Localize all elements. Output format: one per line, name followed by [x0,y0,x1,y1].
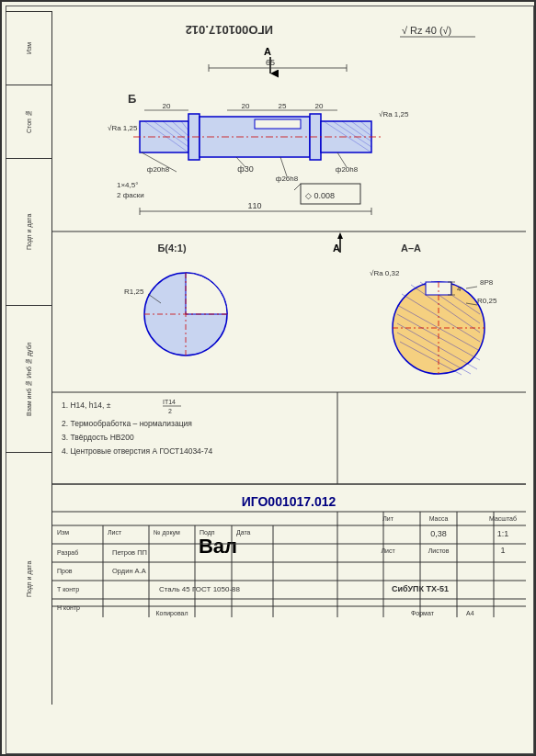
tb-razrab-name: Петров ПП [112,548,147,557]
tb-razrab: Разраб [57,549,78,557]
chamfer-label: 1×4,5° [117,181,138,189]
tb-izm: Изм [57,529,69,536]
label-podp2: Подп и дата [6,452,51,705]
main-svg: ИГО001017.012 √ Rz 40 (√) А 65 Б 20 20 2… [52,11,526,617]
tb-format-label: Формат [411,610,435,617]
tb-masshtab-val: 1:1 [497,529,509,538]
doc-number-top: ИГО001017.012 [186,23,273,37]
surface-roughness: √ Rz 40 (√) [402,25,451,36]
tb-data: Дата [236,529,251,536]
dim-20-cl: 20 [242,102,250,110]
note-2: 2. Термообработка – нормализация [62,419,192,428]
phi26h8: ф26h8 [276,175,299,183]
note-3: 3. Твёрдость НВ200 [62,433,134,442]
note-1-frac-top: IT14 [163,399,176,405]
section-aa-label: А–А [401,243,421,254]
section-b-label: Б(4:1) [157,243,186,254]
dim-20-left: 20 [163,102,171,110]
ra125-right: √Ra 1,25 [379,110,409,118]
label-b: Б [128,92,136,106]
phi20h8-left: ф20h8 [147,165,170,174]
tb-sheets-val: 1 [500,546,505,555]
drawing-container: Изм Стоп № Подп и дата Взам инб № Инб № … [0,0,536,756]
tb-massa-header: Масса [429,515,449,522]
tb-docnum: № докум [154,529,180,536]
ra032-label: √Ra 0,32 [370,269,400,277]
tb-kopioval: Копировал [155,610,188,617]
phi30: ф30 [237,164,253,174]
tb-lit-header: Лит [382,515,394,522]
dim-20-right: 20 [315,102,324,110]
label-inv: Взам инб № Инб № дубл [6,305,51,452]
note-1: 1. Н14, h14, ± [62,401,111,410]
tb-org: СибУПК ТХ-51 [392,584,449,593]
tb-material: Сталь 45 ГОСТ 1050-88 [159,585,241,593]
tb-sheets-label: Листов [428,547,450,554]
phi20h8-right: ф20h8 [336,165,359,174]
tb-massa-val: 0,38 [430,529,447,538]
tb-prover-name: Ордин А.А [112,567,146,575]
label-strop: Стоп № [6,85,51,158]
dim-8p8: 8Р8 [480,278,494,287]
tolerance-value: ◇ 0.008 [305,191,335,200]
tb-tkontr: Т контр [57,586,79,593]
drawing-title-number: ИГО001017.012 [242,494,336,509]
dim-25: 25 [279,102,287,110]
dim-65: 65 [266,58,275,67]
label-podp1: Подп и дата [6,158,51,305]
dim-110: 110 [247,201,261,210]
r025-label: R0,25 [477,297,497,305]
svg-rect-13 [255,119,301,129]
tb-prover: Пров [57,568,73,575]
chamfer-count: 2 фаски [117,191,144,199]
tb-nkontr: Н контр [57,604,80,612]
tb-masshtab-header: Масштаб [489,515,517,522]
arrow-a-bottom: А [333,243,340,254]
tb-format-val: А4 [466,610,474,616]
r125-label: R1,25 [124,288,144,296]
note-1-frac-bot: 2 [168,408,172,414]
tb-sheet-label: Лист [381,547,395,554]
arrow-a-label: А [264,46,271,57]
tb-list: Лист [108,529,122,536]
ra125-left: √Ra 1,25 [108,124,138,132]
tb-podp: Подп [200,529,215,536]
left-labels: Изм Стоп № Подп и дата Взам инб № Инб № … [6,11,52,705]
label-perf: Изм [6,11,51,85]
dim-4: 4 [457,285,462,293]
note-4: 4. Центровые отверстия А ГОСТ14034-74 [62,446,212,456]
